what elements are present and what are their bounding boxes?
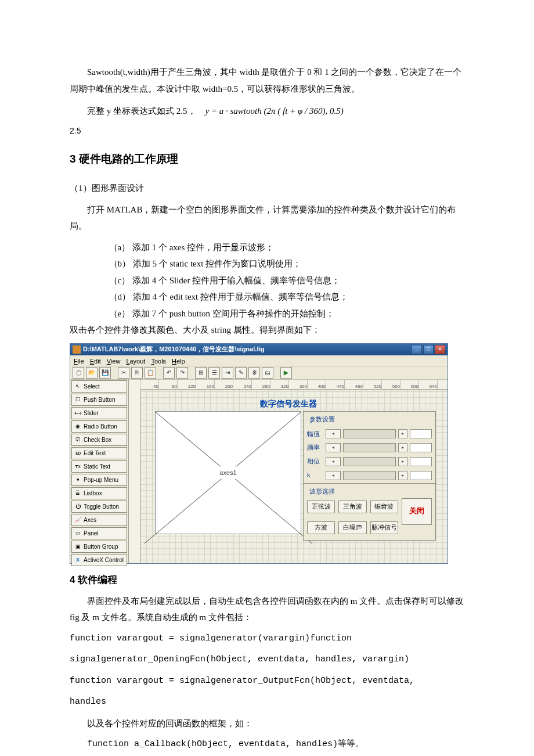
slider-track[interactable] bbox=[343, 457, 396, 466]
tool-redo[interactable]: ↷ bbox=[176, 367, 188, 379]
tool-browser[interactable]: 🗂 bbox=[262, 367, 273, 379]
tool-open[interactable]: 📂 bbox=[86, 367, 98, 379]
list-item-b: （b） 添加 5 个 static text 控件作为窗口说明使用； bbox=[70, 255, 464, 272]
window-titlebar[interactable]: D:\MATLAB7\work\蔡辉，M201070440，信号发生器\sign… bbox=[70, 344, 448, 355]
axes-label: axes1 bbox=[217, 466, 239, 478]
code-line: handles bbox=[70, 694, 464, 711]
app-icon bbox=[73, 345, 81, 354]
menu-file[interactable]: FFileile bbox=[74, 355, 84, 366]
paragraph: 以及各个控件对应的回调函数的框架，如： bbox=[70, 715, 464, 732]
palette-listbox[interactable]: ≣Listbox bbox=[71, 487, 127, 499]
palette-static-text[interactable]: ᴛxStatic Text bbox=[71, 460, 127, 473]
menu-edit[interactable]: Edit bbox=[90, 355, 101, 366]
menu-tools[interactable]: Tools bbox=[151, 355, 166, 366]
code-line: function varargout = signalgenerator(var… bbox=[70, 631, 464, 647]
menu-view[interactable]: View bbox=[107, 355, 121, 366]
slider-left-icon[interactable]: ◂ bbox=[326, 429, 341, 438]
axes-control[interactable]: axes1 bbox=[155, 411, 301, 534]
list-item-d: （d） 添加 4 个 edit text 控件用于显示幅值、频率等信号信息； bbox=[70, 289, 464, 305]
palette-check-box[interactable]: ☑Check Box bbox=[71, 434, 127, 446]
equation-number: 2.5 bbox=[70, 123, 464, 139]
formula-math: y = a · sawtooth (2π ( ft + φ / 360), 0.… bbox=[196, 103, 344, 120]
palette-edit-text[interactable]: ᴇᴅEdit Text bbox=[71, 447, 127, 459]
formula-row: 完整 y 坐标表达式如式 2.5， y = a · sawtooth (2π (… bbox=[70, 103, 464, 120]
slider-track[interactable] bbox=[343, 443, 396, 452]
param-label: 幅值 bbox=[307, 428, 323, 440]
palette-button-group[interactable]: ▣Button Group bbox=[71, 541, 127, 553]
slider-right-icon[interactable]: ▸ bbox=[398, 429, 407, 438]
tool-save[interactable]: 💾 bbox=[99, 367, 111, 379]
matlab-guide-screenshot: D:\MATLAB7\work\蔡辉，M201070440，信号发生器\sign… bbox=[70, 343, 448, 564]
palette-panel[interactable]: ▭Panel bbox=[71, 527, 127, 539]
menu-layout[interactable]: Layout bbox=[126, 355, 145, 366]
code-line: signalgenerator_OpeningFcn(hObject, even… bbox=[70, 651, 464, 668]
close-button[interactable]: × bbox=[435, 345, 445, 354]
param-label: k bbox=[307, 469, 323, 481]
tool-inspector[interactable]: ⚙ bbox=[248, 367, 260, 379]
panel-title: 参数设置 bbox=[307, 413, 432, 426]
tool-m-editor[interactable]: ✎ bbox=[235, 367, 247, 379]
button-square[interactable]: 方波 bbox=[307, 521, 335, 534]
panel-waveform[interactable]: 波形选择 正弦波 三角波 锯齿波 方波 白噪声 脉冲信号 bbox=[303, 483, 436, 541]
button-triangle[interactable]: 三角波 bbox=[338, 501, 366, 513]
tool-undo[interactable]: ↶ bbox=[163, 367, 175, 379]
slider-right-icon[interactable]: ▸ bbox=[398, 457, 407, 466]
palette-radio-button[interactable]: ◉Radio Button bbox=[71, 420, 127, 433]
paragraph: 双击各个控件并修改其颜色、大小及 string 属性。得到界面如下： bbox=[70, 322, 464, 339]
button-pulse[interactable]: 脉冲信号 bbox=[370, 521, 398, 534]
tool-new[interactable]: ▢ bbox=[73, 367, 84, 379]
list-item-c: （c） 添加 4 个 Slider 控件用于输入幅值、频率等信号信息； bbox=[70, 272, 464, 289]
layout-canvas[interactable]: 40 80 120 160 200 240 280 320 360 400 44… bbox=[129, 380, 448, 563]
formula-lead: 完整 y 坐标表达式如式 2.5， bbox=[70, 103, 196, 120]
slider-left-icon[interactable]: ◂ bbox=[326, 471, 341, 480]
component-palette: ↖Select ☐Push Button ⟷Slider ◉Radio Butt… bbox=[70, 380, 129, 563]
subheading: （1）图形界面设计 bbox=[70, 180, 464, 197]
paragraph: Sawtooth(t,width)用于产生三角波，其中 width 是取值介于 … bbox=[70, 64, 464, 97]
minimize-button[interactable]: _ bbox=[412, 345, 422, 354]
canvas-title[interactable]: 数字信号发生器 bbox=[260, 396, 317, 412]
paragraph: 打开 MATLAB，新建一个空白的图形界面文件，计算需要添加的控件种类及个数并设… bbox=[70, 201, 464, 235]
button-sawtooth[interactable]: 锯齿波 bbox=[370, 501, 398, 513]
button-close[interactable]: 关闭 bbox=[402, 498, 432, 525]
tool-tab-order[interactable]: ⇥ bbox=[222, 367, 233, 379]
maximize-button[interactable]: □ bbox=[423, 345, 434, 354]
param-row-phase: 相位 ◂ ▸ bbox=[307, 455, 432, 467]
tool-cut[interactable]: ✂ bbox=[118, 367, 129, 379]
tool-paste[interactable]: 📋 bbox=[145, 367, 156, 379]
palette-select[interactable]: ↖Select bbox=[71, 380, 127, 393]
slider-left-icon[interactable]: ◂ bbox=[326, 457, 341, 466]
code-line: function varargout = signalgenerator_Out… bbox=[70, 673, 464, 690]
palette-push-button[interactable]: ☐Push Button bbox=[71, 394, 127, 406]
palette-popup-menu[interactable]: ▾Pop-up Menu bbox=[71, 474, 127, 486]
slider-left-icon[interactable]: ◂ bbox=[326, 443, 341, 452]
edit-text[interactable] bbox=[410, 443, 432, 452]
menu-bar[interactable]: FFileile Edit View Layout Tools Help bbox=[70, 355, 448, 366]
edit-text[interactable] bbox=[410, 457, 432, 466]
slider-track[interactable] bbox=[343, 429, 396, 438]
button-sine[interactable]: 正弦波 bbox=[307, 501, 335, 513]
edit-text[interactable] bbox=[410, 471, 432, 480]
tool-menu-editor[interactable]: ☰ bbox=[208, 367, 220, 379]
palette-slider[interactable]: ⟷Slider bbox=[71, 407, 127, 419]
edit-text[interactable] bbox=[410, 429, 432, 438]
tool-copy[interactable]: ⎘ bbox=[131, 367, 143, 379]
param-row-k: k ◂ ▸ bbox=[307, 469, 432, 481]
tool-run[interactable]: ▶ bbox=[280, 367, 292, 379]
param-label: 频率 bbox=[307, 441, 323, 453]
param-row-frequency: 频率 ◂ ▸ bbox=[307, 441, 432, 453]
code-line: function a_Callback(hObject, eventdata, … bbox=[70, 736, 464, 753]
paragraph: 界面控件及布局创建完成以后，自动生成包含各控件回调函数在内的 m 文件。点击保存… bbox=[70, 593, 464, 626]
param-row-amplitude: 幅值 ◂ ▸ bbox=[307, 428, 432, 440]
palette-toggle-button[interactable]: ⏻Toggle Button bbox=[71, 501, 127, 513]
panel-parameters[interactable]: 参数设置 幅值 ◂ ▸ 频率 ◂ ▸ bbox=[303, 411, 436, 487]
document-page: Sawtooth(t,width)用于产生三角波，其中 width 是取值介于 … bbox=[0, 0, 534, 756]
tool-align[interactable]: ⊞ bbox=[195, 367, 207, 379]
slider-track[interactable] bbox=[343, 471, 396, 480]
slider-right-icon[interactable]: ▸ bbox=[398, 443, 407, 452]
palette-activex[interactable]: XActiveX Control bbox=[71, 554, 127, 566]
palette-axes[interactable]: 📈Axes bbox=[71, 514, 127, 526]
menu-help[interactable]: Help bbox=[172, 355, 185, 366]
slider-right-icon[interactable]: ▸ bbox=[398, 471, 407, 480]
button-whitenoise[interactable]: 白噪声 bbox=[338, 521, 366, 534]
param-label: 相位 bbox=[307, 455, 323, 467]
